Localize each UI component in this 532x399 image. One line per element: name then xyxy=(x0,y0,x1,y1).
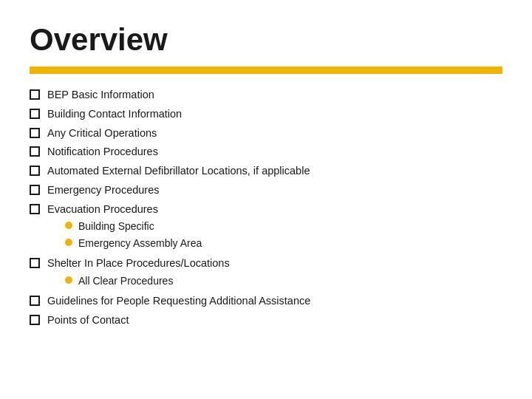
item-text-bep-basic: BEP Basic Information xyxy=(47,89,154,100)
list-item-shelter: Shelter In Place Procedures/LocationsAll… xyxy=(30,256,502,290)
item-wrapper-points-of-contact: Points of Contact xyxy=(47,313,129,329)
sub-bullet-building-specific xyxy=(65,222,72,229)
bullet-icon-any-critical xyxy=(30,128,40,138)
bullet-icon-notification xyxy=(30,146,40,157)
slide-title: Overview xyxy=(30,22,502,58)
item-wrapper-notification: Notification Procedures xyxy=(47,144,158,160)
item-text-evacuation: Evacuation Procedures xyxy=(47,203,158,215)
item-wrapper-any-critical: Any Critical Operations xyxy=(47,126,157,142)
sub-text-building-specific: Building Specific xyxy=(78,219,154,234)
item-wrapper-aed: Automated External Defibrillator Locatio… xyxy=(47,163,310,180)
main-list: BEP Basic InformationBuilding Contact In… xyxy=(30,87,502,329)
sub-bullet-emergency-assembly xyxy=(65,239,72,246)
sub-item-all-clear: All Clear Procedures xyxy=(65,273,230,289)
bullet-icon-building-contact xyxy=(30,109,40,119)
item-wrapper-guidelines: Guidelines for People Requesting Additio… xyxy=(47,293,310,310)
bullet-icon-aed xyxy=(30,166,40,176)
list-item-aed: Automated External Defibrillator Locatio… xyxy=(30,163,502,180)
item-text-notification: Notification Procedures xyxy=(47,146,158,157)
bullet-icon-bep-basic xyxy=(30,89,40,100)
bullet-icon-points-of-contact xyxy=(30,315,40,325)
sub-list-evacuation: Building SpecificEmergency Assembly Area xyxy=(65,219,202,251)
bullet-icon-guidelines xyxy=(30,296,40,306)
item-wrapper-building-contact: Building Contact Information xyxy=(47,106,182,123)
item-wrapper-emergency: Emergency Procedures xyxy=(47,183,160,199)
list-item-emergency: Emergency Procedures xyxy=(30,183,502,199)
sub-bullet-all-clear xyxy=(65,276,72,284)
list-item-evacuation: Evacuation ProceduresBuilding SpecificEm… xyxy=(30,202,502,253)
sub-item-emergency-assembly: Emergency Assembly Area xyxy=(65,236,202,251)
item-text-building-contact: Building Contact Information xyxy=(47,108,182,120)
bullet-icon-shelter xyxy=(30,258,40,268)
item-text-any-critical: Any Critical Operations xyxy=(47,127,157,139)
sub-list-shelter: All Clear Procedures xyxy=(65,273,230,289)
item-text-aed: Automated External Defibrillator Locatio… xyxy=(47,165,310,177)
sub-text-emergency-assembly: Emergency Assembly Area xyxy=(78,236,202,251)
slide: Overview BEP Basic InformationBuilding C… xyxy=(0,0,532,399)
sub-item-building-specific: Building Specific xyxy=(65,219,202,234)
sub-text-all-clear: All Clear Procedures xyxy=(78,273,173,289)
list-item-notification: Notification Procedures xyxy=(30,144,502,160)
item-text-guidelines: Guidelines for People Requesting Additio… xyxy=(47,295,310,307)
item-wrapper-evacuation: Evacuation ProceduresBuilding SpecificEm… xyxy=(47,202,202,253)
gold-bar-divider xyxy=(30,66,502,74)
item-text-shelter: Shelter In Place Procedures/Locations xyxy=(47,257,230,269)
item-wrapper-bep-basic: BEP Basic Information xyxy=(47,87,154,103)
item-text-emergency: Emergency Procedures xyxy=(47,184,160,196)
item-wrapper-shelter: Shelter In Place Procedures/LocationsAll… xyxy=(47,256,230,290)
item-text-points-of-contact: Points of Contact xyxy=(47,314,129,326)
list-item-bep-basic: BEP Basic Information xyxy=(30,87,502,103)
list-item-points-of-contact: Points of Contact xyxy=(30,313,502,329)
list-item-any-critical: Any Critical Operations xyxy=(30,126,502,142)
bullet-icon-evacuation xyxy=(30,204,40,214)
list-item-guidelines: Guidelines for People Requesting Additio… xyxy=(30,293,502,310)
bullet-icon-emergency xyxy=(30,185,40,195)
list-item-building-contact: Building Contact Information xyxy=(30,106,502,123)
content-area: BEP Basic InformationBuilding Contact In… xyxy=(30,87,502,329)
